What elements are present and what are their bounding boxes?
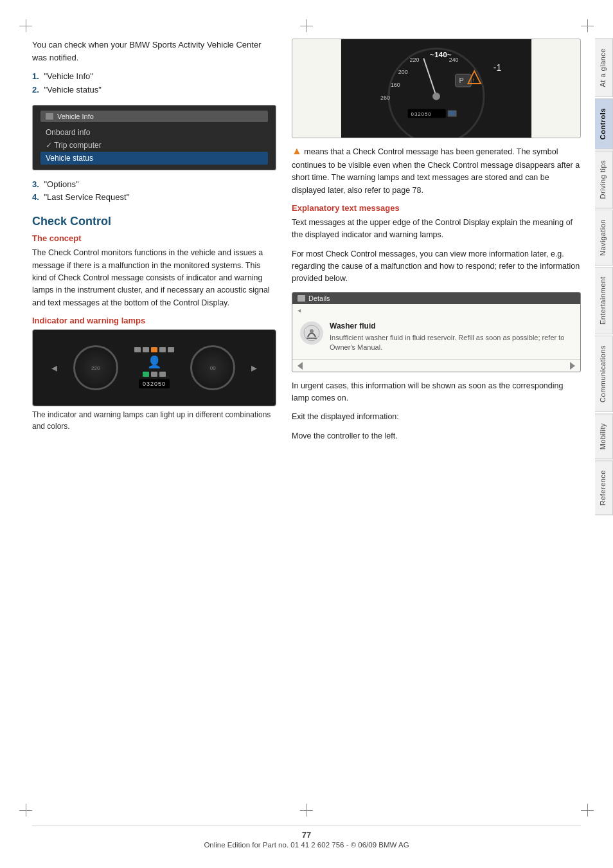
speedometer-screenshot: 200 220 ~140~ 240 160 260 P !	[292, 39, 581, 138]
svg-text:032050: 032050	[411, 111, 432, 117]
cluster-icon-b2	[151, 372, 157, 377]
list-num-1: 1.	[32, 71, 39, 81]
details-header-icon	[298, 295, 305, 302]
intro-list-34: 3. "Options" 4. "Last Service Request"	[32, 178, 276, 205]
details-header: Details	[292, 293, 580, 304]
screen-menu-trip: Trip computer	[40, 139, 268, 152]
intro-list: 1. "Vehicle Info" 2. "Vehicle status"	[32, 70, 276, 97]
move-text: Move the controller to the left.	[292, 430, 581, 442]
main-content: You can check when your BMW Sports Activ…	[32, 39, 581, 804]
washer-icon	[300, 321, 323, 345]
cluster-icons-row-top	[134, 347, 174, 352]
svg-text:260: 260	[380, 95, 390, 101]
list-text-4: "Last Service Request"	[44, 192, 129, 202]
cluster-arrow-right: ▸	[251, 361, 257, 375]
svg-text:!: !	[472, 77, 474, 83]
svg-text:-1: -1	[493, 62, 501, 73]
svg-point-9	[432, 93, 440, 100]
svg-text:160: 160	[391, 82, 400, 88]
warning-triangle-text: ▲ means that a Check Control message has…	[292, 143, 581, 197]
left-column: You can check when your BMW Sports Activ…	[32, 39, 276, 449]
right-column: 200 220 ~140~ 240 160 260 P !	[292, 39, 581, 449]
list-text-1: "Vehicle Info"	[44, 71, 93, 81]
page-footer: 77 Online Edition for Part no. 01 41 2 6…	[32, 826, 581, 849]
svg-text:220: 220	[410, 57, 420, 63]
list-text-3: "Options"	[44, 179, 78, 189]
cluster-arrow-left: ◂	[51, 361, 57, 375]
details-label: Washer fluid	[330, 321, 573, 330]
svg-point-20	[310, 329, 314, 333]
sidebar-item-reference[interactable]: Reference	[595, 460, 613, 515]
screen-title-icon	[46, 113, 53, 120]
warning-person-icon: 👤	[147, 355, 161, 369]
sidebar: At a glance Controls Driving tips Naviga…	[590, 39, 613, 823]
list-item-2: 2. "Vehicle status"	[32, 84, 276, 97]
details-nav	[292, 359, 580, 372]
gauge-left: 220	[73, 345, 118, 390]
details-screenshot: Details ◂ Washer fluid	[292, 292, 581, 372]
speedo-svg: 200 220 ~140~ 240 160 260 P !	[292, 39, 580, 138]
cluster-icon-b1	[143, 372, 149, 377]
crosshair-top-mid	[300, 19, 313, 32]
svg-text:240: 240	[449, 57, 459, 63]
list-text-2: "Vehicle status"	[44, 85, 101, 95]
gauge-right: 00	[190, 345, 235, 390]
details-desc: Insufficient washer fluid in fluid reser…	[330, 333, 573, 353]
page-number: 77	[32, 830, 581, 840]
sidebar-item-controls[interactable]: Controls	[595, 98, 613, 149]
cluster-icon-3	[151, 347, 157, 352]
check-control-title: Check Control	[32, 215, 276, 228]
svg-rect-18	[449, 111, 456, 116]
sidebar-item-entertainment[interactable]: Entertainment	[595, 267, 613, 334]
sidebar-item-at-a-glance[interactable]: At a glance	[595, 39, 613, 97]
exit-text: Exit the displayed information:	[292, 411, 581, 423]
details-text-area: Washer fluid Insufficient washer fluid i…	[330, 321, 573, 353]
warning-text-content: means that a Check Control message has b…	[292, 147, 580, 195]
urgent-text: In urgent cases, this information will b…	[292, 380, 581, 405]
cluster-icon-b3	[159, 372, 166, 377]
crosshair-top-left	[19, 19, 32, 32]
odometer: 032050	[139, 379, 170, 388]
indicator-lamps-heading: Indicator and warning lamps	[32, 316, 276, 325]
list-num-4: 4.	[32, 192, 39, 202]
svg-text:P: P	[459, 77, 464, 84]
explanatory-para2: For most Check Control messages, you can…	[292, 248, 581, 285]
explanatory-para1: Text messages at the upper edge of the C…	[292, 217, 581, 242]
sidebar-item-communications[interactable]: Communications	[595, 336, 613, 412]
cluster-icon-4	[159, 347, 166, 352]
list-item-3: 3. "Options"	[32, 178, 276, 192]
screen-title-text: Vehicle Info	[57, 113, 94, 120]
intro-text: You can check when your BMW Sports Activ…	[32, 39, 276, 64]
cluster-icon-2	[143, 347, 149, 352]
sidebar-item-mobility[interactable]: Mobility	[595, 413, 613, 459]
screen-menu-status: Vehicle status	[40, 152, 268, 165]
explanatory-heading: Explanatory text messages	[292, 203, 581, 213]
crosshair-bottom-left	[19, 804, 32, 817]
svg-text:200: 200	[398, 69, 408, 75]
sidebar-item-navigation[interactable]: Navigation	[595, 210, 613, 266]
crosshair-top-right	[581, 19, 594, 32]
indicator-lamps-caption: The indicator and warning lamps can ligh…	[32, 409, 276, 432]
concept-text: The Check Control monitors functions in …	[32, 247, 276, 309]
nav-arrow-right	[570, 362, 575, 370]
screen-title: Vehicle Info	[40, 111, 268, 122]
list-item-1: 1. "Vehicle Info"	[32, 70, 276, 84]
cluster-icon-5	[168, 347, 174, 352]
svg-text:~140~: ~140~	[430, 50, 452, 59]
vehicle-info-screenshot: Vehicle Info Onboard info Trip computer …	[32, 105, 276, 170]
screen-menu-onboard: Onboard info	[40, 126, 268, 139]
list-item-4: 4. "Last Service Request"	[32, 191, 276, 204]
list-num-3: 3.	[32, 179, 39, 189]
cluster-icons-row-bottom	[143, 372, 166, 377]
details-body: Washer fluid Insufficient washer fluid i…	[292, 315, 580, 359]
crosshair-bottom-mid	[300, 804, 313, 817]
list-num-2: 2.	[32, 85, 39, 95]
warning-triangle-symbol: ▲	[292, 145, 302, 156]
cluster-icon-1	[134, 347, 141, 352]
nav-arrow-left	[298, 362, 303, 370]
cluster-center: 👤 032050	[134, 347, 174, 388]
footer-text: Online Edition for Part no. 01 41 2 602 …	[204, 841, 409, 849]
cluster-screenshot: ◂ 220 👤	[32, 329, 276, 406]
sidebar-item-driving-tips[interactable]: Driving tips	[595, 150, 613, 208]
details-header-text: Details	[308, 294, 330, 302]
